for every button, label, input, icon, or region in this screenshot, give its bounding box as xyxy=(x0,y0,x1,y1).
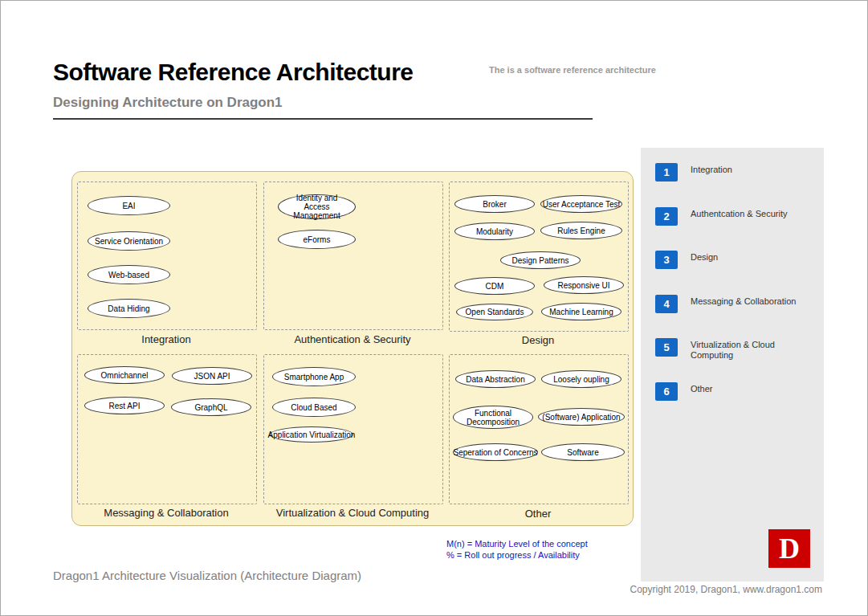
concept-data-abstraction[interactable]: Data Abstraction xyxy=(455,370,536,388)
legend-number-badge: 1 xyxy=(655,163,678,182)
group-label-other: Other xyxy=(449,508,627,520)
logo-letter: D xyxy=(779,532,800,565)
legend-item-authentication[interactable]: 2 Authentcation & Security xyxy=(641,207,824,231)
concept-web-based[interactable]: Web-based xyxy=(88,265,170,284)
maturity-note-line2: % = Roll out progress / Availability xyxy=(446,549,588,561)
concept-omnichannel[interactable]: Omnichannel xyxy=(84,366,165,384)
title-note: The is a software reference architecture xyxy=(489,65,656,75)
title-divider xyxy=(53,118,593,120)
concept-service-orientation[interactable]: Service Orientation xyxy=(88,231,170,251)
group-label-design: Design xyxy=(449,334,627,346)
concept-cloud-based[interactable]: Cloud Based xyxy=(272,398,356,417)
group-label-authentication: Authentication & Security xyxy=(263,333,442,345)
concept-responsive-ui[interactable]: Responsive UI xyxy=(544,276,624,294)
concept-rules-engine[interactable]: Rules Engine xyxy=(540,222,622,239)
legend-item-messaging[interactable]: 4 Messaging & Collaboration xyxy=(641,295,824,319)
concept-application-virtualization[interactable]: Application Virtualization xyxy=(270,426,353,443)
legend-item-integration[interactable]: 1 Integration xyxy=(641,163,824,187)
concept-rest-api[interactable]: Rest API xyxy=(84,397,165,414)
legend-number-badge: 6 xyxy=(655,382,678,401)
concept-cdm[interactable]: CDM xyxy=(454,277,535,295)
legend-panel: 1 Integration 2 Authentcation & Security… xyxy=(641,148,824,581)
concept-user-acceptance-test[interactable]: User Acceptance Test xyxy=(540,195,622,213)
canvas: Software Reference Architecture The is a… xyxy=(0,0,868,616)
legend-item-label: Virtualization & Cloud Computing xyxy=(691,340,819,361)
dragon1-logo[interactable]: D xyxy=(768,529,810,568)
maturity-note-line1: M(n) = Maturity Level of the concept xyxy=(446,538,588,549)
legend-number-badge: 2 xyxy=(655,207,678,226)
concept-software-application[interactable]: (Software) Application xyxy=(538,408,625,426)
concept-identity-access-management[interactable]: Identity and Access Management xyxy=(278,194,356,219)
page-subtitle: Designing Architecture on Dragon1 xyxy=(53,95,283,111)
copyright-text: Copyright 2019, Dragon1, www.dragon1.com xyxy=(581,584,822,595)
legend-item-other[interactable]: 6 Other xyxy=(641,382,824,406)
concept-modularity[interactable]: Modularity xyxy=(454,222,535,240)
concept-data-hiding[interactable]: Data Hiding xyxy=(88,299,170,318)
legend-item-virtualization[interactable]: 5 Virtualization & Cloud Computing xyxy=(641,338,824,362)
concept-open-standards[interactable]: Open Standards xyxy=(456,304,533,320)
legend-item-design[interactable]: 3 Design xyxy=(641,251,824,275)
group-label-integration: Integration xyxy=(77,333,255,345)
concept-json-api[interactable]: JSON API xyxy=(172,367,252,385)
concept-broker[interactable]: Broker xyxy=(454,195,535,213)
legend-item-label: Integration xyxy=(691,165,819,175)
legend-item-label: Authentcation & Security xyxy=(691,209,819,219)
concept-smartphone-app[interactable]: Smartphone App xyxy=(272,367,356,386)
maturity-notes: M(n) = Maturity Level of the concept % =… xyxy=(446,538,588,561)
legend-number-badge: 3 xyxy=(655,251,678,269)
legend-item-label: Other xyxy=(691,384,819,394)
concept-eforms[interactable]: eForms xyxy=(278,230,356,249)
legend-item-label: Messaging & Collaboration xyxy=(691,296,819,307)
legend-number-badge: 5 xyxy=(655,338,678,357)
footer-caption: Dragon1 Architecture Visualization (Arch… xyxy=(53,569,361,582)
group-label-virtualization: Virtualization & Cloud Computing xyxy=(263,507,442,519)
concept-machine-learning[interactable]: Machine Learning xyxy=(541,303,621,320)
concept-design-patterns[interactable]: Design Patterns xyxy=(500,251,581,269)
group-label-messaging: Messaging & Collaboration xyxy=(77,507,255,519)
legend-item-label: Design xyxy=(691,252,819,263)
page-title: Software Reference Architecture xyxy=(53,59,414,86)
concept-software[interactable]: Software xyxy=(541,443,625,461)
concept-functional-decomposition[interactable]: Functional Decomposition xyxy=(453,406,533,429)
concept-separation-of-concerns[interactable]: Seperation of Concerns xyxy=(453,443,538,461)
concept-graphql[interactable]: GraphQL xyxy=(171,398,251,416)
legend-number-badge: 4 xyxy=(655,295,678,313)
concept-loosely-coupling[interactable]: Loosely oupling xyxy=(541,370,621,388)
concept-eai[interactable]: EAI xyxy=(88,196,170,215)
